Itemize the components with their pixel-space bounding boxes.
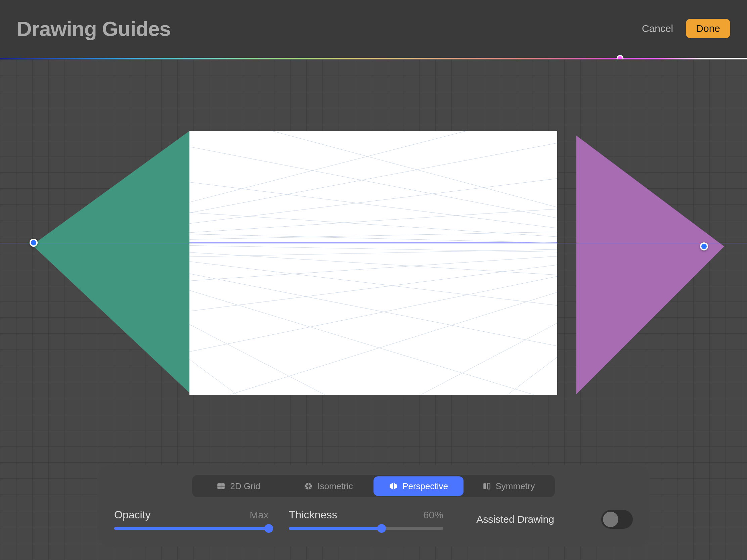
svg-line-19	[189, 246, 557, 292]
perspective-preview[interactable]	[0, 131, 747, 395]
svg-line-15	[189, 161, 557, 246]
svg-line-11	[189, 243, 557, 395]
mirror-icon	[482, 482, 491, 490]
tab-2d-grid[interactable]: 2D Grid	[194, 476, 283, 496]
tab-perspective[interactable]: Perspective	[374, 476, 464, 496]
controls-row: Opacity Max Thickness 60% Assisted Drawi…	[111, 509, 636, 530]
opacity-value: Max	[250, 509, 269, 521]
tab-isometric[interactable]: Isometric	[283, 476, 374, 496]
tab-label: 2D Grid	[230, 481, 260, 491]
thickness-value: 60%	[423, 509, 443, 521]
svg-line-16	[189, 202, 557, 246]
thickness-slider-thumb[interactable]	[377, 524, 386, 533]
svg-line-1	[189, 131, 557, 243]
svg-line-7	[189, 243, 557, 285]
tab-symmetry[interactable]: Symmetry	[464, 476, 553, 496]
tab-label: Symmetry	[496, 481, 535, 491]
opacity-slider-fill	[114, 527, 269, 530]
assisted-drawing-toggle[interactable]	[601, 510, 633, 529]
grid-icon	[217, 482, 225, 490]
svg-rect-35	[487, 483, 490, 489]
opacity-label: Opacity	[114, 509, 151, 521]
svg-line-20	[189, 246, 557, 332]
tab-label: Perspective	[403, 481, 448, 491]
tab-label: Isometric	[317, 481, 353, 491]
toggle-knob	[603, 512, 618, 527]
svg-line-4	[189, 198, 557, 243]
left-vanishing-cone	[32, 131, 189, 393]
hexagon-icon	[389, 482, 398, 490]
svg-rect-34	[483, 483, 486, 489]
svg-line-6	[189, 243, 557, 255]
opacity-slider-thumb[interactable]	[264, 524, 273, 533]
assisted-drawing-label: Assisted Drawing	[476, 514, 554, 525]
svg-line-2	[189, 131, 557, 243]
done-button[interactable]: Done	[686, 19, 730, 38]
svg-line-10	[189, 243, 557, 395]
guide-type-segmented: 2D Grid Isometric Perspective Symmetry	[192, 475, 555, 497]
header: Drawing Guides Cancel Done	[0, 0, 747, 57]
right-vanishing-cone	[576, 136, 724, 394]
thickness-label: Thickness	[289, 509, 337, 521]
cancel-button[interactable]: Cancel	[642, 23, 673, 34]
page-title: Drawing Guides	[17, 17, 171, 41]
cube-icon	[304, 482, 313, 490]
thickness-slider-group: Thickness 60%	[289, 509, 443, 530]
vanishing-point-left-handle[interactable]	[30, 239, 37, 247]
guide-controls-panel: 2D Grid Isometric Perspective Symmetry O…	[97, 465, 650, 546]
svg-line-18	[189, 246, 557, 260]
svg-line-8	[189, 243, 557, 326]
svg-line-9	[189, 243, 557, 379]
header-actions: Cancel Done	[642, 19, 730, 38]
svg-line-3	[189, 158, 557, 243]
thickness-slider[interactable]	[289, 527, 443, 530]
vanishing-point-right-handle[interactable]	[700, 242, 708, 250]
svg-line-21	[189, 246, 557, 386]
thickness-slider-fill	[289, 527, 382, 530]
svg-line-24	[324, 246, 557, 395]
horizon-line[interactable]	[0, 243, 747, 243]
opacity-slider-group: Opacity Max	[114, 509, 269, 530]
canvas-preview	[189, 131, 557, 395]
assisted-drawing-group: Assisted Drawing	[476, 510, 633, 529]
opacity-slider[interactable]	[114, 527, 269, 530]
